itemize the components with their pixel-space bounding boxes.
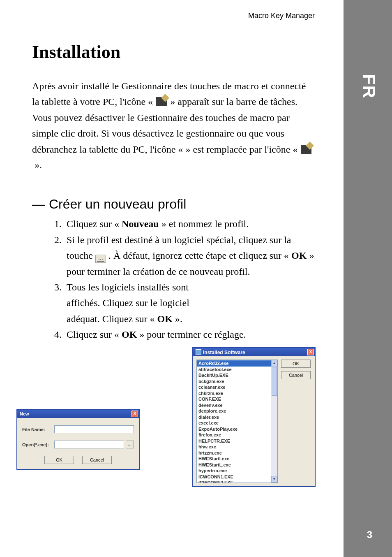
browse-inline-icon: … bbox=[95, 255, 106, 263]
list-item[interactable]: ICWCONN2.EXE bbox=[197, 480, 277, 483]
listbox-scrollbar[interactable]: ▴ ▾ bbox=[271, 360, 277, 483]
list-item[interactable]: BackItUp.EXE bbox=[197, 372, 277, 378]
file-name-label: File Name: bbox=[22, 427, 54, 432]
list-item[interactable]: bckgzm.exe bbox=[197, 378, 277, 385]
bold-ok-3: OK bbox=[122, 329, 137, 340]
installed-ok-button[interactable]: OK bbox=[281, 360, 311, 368]
page-content: Macro Key Manager Installation Après avo… bbox=[0, 0, 344, 347]
new-profile-dialog: New X File Name: Open(*.exe): ... OK Can… bbox=[16, 409, 140, 470]
bold-nouveau: Nouveau bbox=[122, 218, 159, 229]
steps-list: Cliquez sur « Nouveau » et nommez le pro… bbox=[32, 216, 315, 342]
sidebar: FR 3 bbox=[344, 0, 392, 557]
list-item[interactable]: AcroRd32.exe bbox=[197, 360, 277, 367]
new-dialog-title: New bbox=[20, 411, 29, 416]
list-item[interactable]: hrtzzm.exe bbox=[197, 450, 277, 456]
scroll-up-icon[interactable]: ▴ bbox=[271, 360, 277, 367]
step-1: Cliquez sur « Nouveau » et nommez le pro… bbox=[64, 216, 315, 232]
list-item[interactable]: HWEStartI.exe bbox=[197, 456, 277, 462]
bold-ok-1: OK bbox=[291, 250, 307, 261]
list-item[interactable]: ICWCONN1.EXE bbox=[197, 474, 277, 480]
header-app-name: Macro Key Manager bbox=[32, 12, 315, 20]
installed-cancel-button[interactable]: Cancel bbox=[281, 371, 311, 379]
list-item[interactable]: HELPCTR.EXE bbox=[197, 438, 277, 444]
list-item[interactable]: hhw.exe bbox=[197, 444, 277, 450]
new-dialog-titlebar[interactable]: New X bbox=[17, 410, 139, 418]
step-3: Tous les logiciels installés sont affich… bbox=[64, 279, 315, 327]
list-item[interactable]: ExpoAutoPlay.exe bbox=[197, 426, 277, 432]
close-button[interactable]: X bbox=[307, 349, 314, 355]
bold-ok-2: OK bbox=[157, 313, 173, 324]
list-item[interactable]: firefox.exe bbox=[197, 432, 277, 438]
list-item[interactable]: dexplore.exe bbox=[197, 408, 277, 414]
close-button[interactable]: X bbox=[131, 411, 138, 417]
browse-button[interactable]: ... bbox=[126, 441, 134, 448]
list-item[interactable]: dialer.exe bbox=[197, 414, 277, 420]
installed-dialog-titlebar[interactable]: Installed Software X bbox=[193, 348, 315, 356]
list-item[interactable]: atitracetool.exe bbox=[197, 367, 277, 373]
list-item[interactable]: ccleaner.exe bbox=[197, 384, 277, 390]
intro-text-3: ». bbox=[32, 160, 42, 170]
list-item[interactable]: excel.exe bbox=[197, 420, 277, 426]
installed-dialog-title: Installed Software bbox=[203, 350, 245, 355]
page-number: 3 bbox=[367, 529, 372, 541]
list-item[interactable]: HWEStartL.exe bbox=[197, 462, 277, 468]
list-item[interactable]: hypertrm.exe bbox=[197, 468, 277, 474]
dialog-icon bbox=[196, 349, 201, 355]
intro-paragraph: Après avoir installé le Gestionnaire des… bbox=[32, 78, 315, 173]
open-exe-label: Open(*.exe): bbox=[22, 442, 54, 447]
language-badge: FR bbox=[359, 74, 379, 99]
file-name-input[interactable] bbox=[54, 425, 134, 433]
page-title: Installation bbox=[32, 42, 315, 63]
step-4: Cliquez sur « OK » pour terminer ce régl… bbox=[64, 327, 315, 342]
tray-inactive-icon bbox=[301, 145, 311, 154]
new-ok-button[interactable]: OK bbox=[44, 456, 74, 464]
list-item[interactable]: CONF.EXE bbox=[197, 396, 277, 402]
section-heading: — Créer un nouveau profil bbox=[32, 197, 315, 212]
open-exe-input[interactable] bbox=[54, 441, 124, 448]
tray-active-icon bbox=[156, 97, 167, 106]
installed-software-dialog: Installed Software X AcroRd32.exeatitrac… bbox=[192, 347, 316, 487]
scroll-thumb[interactable] bbox=[272, 367, 277, 396]
new-cancel-button[interactable]: Cancel bbox=[82, 456, 112, 464]
list-item[interactable]: chkrzm.exe bbox=[197, 390, 277, 397]
software-listbox[interactable]: AcroRd32.exeatitracetool.exeBackItUp.EXE… bbox=[196, 360, 278, 483]
step-2: Si le profil est destiné à un logiciel s… bbox=[64, 232, 315, 279]
list-item[interactable]: devenv.exe bbox=[197, 402, 277, 408]
scroll-down-icon[interactable]: ▾ bbox=[271, 476, 277, 483]
